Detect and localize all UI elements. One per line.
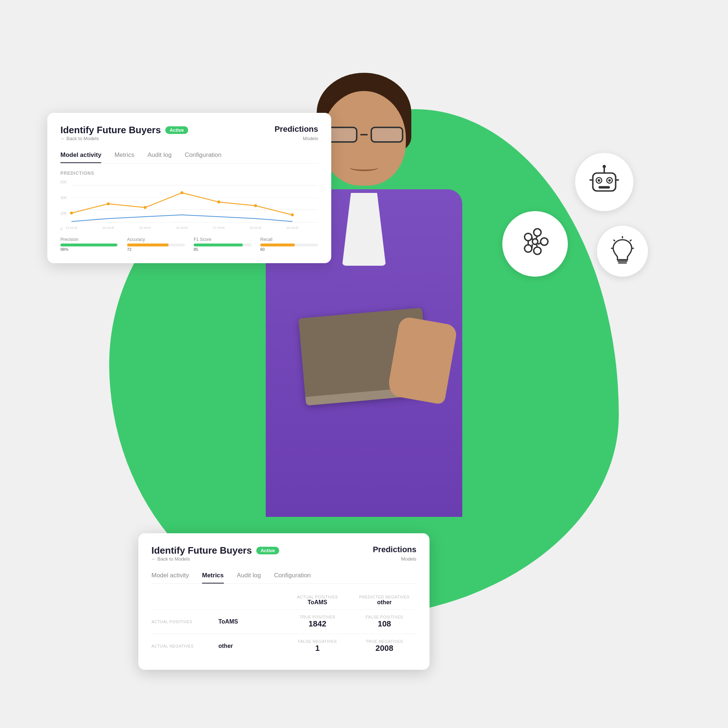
row1-true-positives-label: TRUE POSITIVES [285,615,349,619]
nav-tabs-bottom: Model activity Metrics Audit log Configu… [151,572,416,584]
row1-row-label: ACTUAL POSITIVES [151,619,216,624]
svg-line-28 [537,244,538,247]
svg-text:23 MAR: 23 MAR [66,226,78,230]
svg-point-9 [254,204,257,207]
tab-configuration-bottom[interactable]: Configuration [274,572,311,583]
card-model-activity: Identify Future Buyers Active Prediction… [47,113,331,263]
svg-point-22 [525,245,532,252]
col-actual-positives-value: ToAMS [285,599,349,606]
row2-true-negatives-label: TRUE NEGATIVES [352,639,416,644]
col-predicted-negatives-label: PREDICTED NEGATIVES [352,595,416,599]
metric-recall: Recall 60 [260,237,318,252]
predictions-chart: 60K 40K 20K 0 23 MAR 24 MAR [60,180,318,231]
svg-text:27 MAR: 27 MAR [213,226,225,230]
metric-accuracy: Accuracy 72 [127,237,185,252]
svg-point-7 [180,191,184,194]
row1-false-positives-label: FALSE POSITIVES [352,615,416,619]
tab-metrics-top[interactable]: Metrics [114,151,134,163]
svg-text:29 MAR: 29 MAR [286,226,298,230]
svg-line-27 [538,243,541,244]
metrics-bars-row: Precision 98% Accuracy 72 F1 Score 85 Re… [60,237,318,252]
brain-icon-circle [502,211,568,277]
card-bottom-section: Predictions [373,545,416,554]
breadcrumb-top: Models [303,136,318,147]
row2-true-negatives-value: 2008 [352,644,416,653]
badge-active-bottom: Active [256,547,279,554]
tab-audit-log-top[interactable]: Audit log [147,151,171,163]
svg-point-5 [107,202,110,205]
svg-line-44 [630,240,632,241]
back-link-bottom[interactable]: ← Back to Models [151,556,190,562]
svg-line-25 [532,237,532,240]
row2-row-value: other [219,643,283,649]
card-top-section: Predictions [274,124,318,134]
svg-point-19 [534,229,541,236]
card-metrics: Identify Future Buyers Active Prediction… [138,533,430,670]
matrix-header-row: ACTUAL POSITIVES ToAMS PREDICTED NEGATIV… [151,591,416,610]
matrix-row-1: ACTUAL POSITIVES ToAMS TRUE POSITIVES 18… [151,610,416,634]
svg-point-35 [598,179,600,182]
row1-row-value: ToAMS [219,618,283,625]
lightbulb-icon [605,233,640,269]
svg-point-6 [144,206,147,209]
nav-tabs-top: Model activity Metrics Audit log Configu… [60,151,318,164]
back-link-top[interactable]: ← Back to Models [60,136,99,141]
svg-point-23 [532,239,538,244]
row1-true-positives-value: 1842 [285,619,349,629]
card-top-title: Identify Future Buyers [60,124,161,136]
svg-text:24 MAR: 24 MAR [102,226,114,230]
svg-line-43 [614,240,615,241]
matrix-row-2: ACTUAL NEGATIVES other FALSE NEGATIVES 1… [151,634,416,658]
svg-point-21 [534,247,541,254]
row2-false-negatives-value: 1 [285,644,349,653]
svg-point-36 [608,179,611,182]
tab-model-activity[interactable]: Model activity [60,151,101,163]
tab-configuration-top[interactable]: Configuration [185,151,221,163]
brain-icon [512,221,558,267]
svg-point-31 [603,165,606,168]
tab-audit-log-bottom[interactable]: Audit log [237,572,261,583]
predictions-section-label: PREDICTIONS [60,171,318,176]
svg-text:26 MAR: 26 MAR [176,226,188,230]
card-bottom-title: Identify Future Buyers [151,545,252,556]
confusion-matrix: ACTUAL POSITIVES ToAMS PREDICTED NEGATIV… [151,591,416,658]
row2-row-label: ACTUAL NEGATIVES [151,644,216,648]
svg-point-18 [525,233,532,241]
metric-precision: Precision 98% [60,237,118,252]
tab-metrics-bottom[interactable]: Metrics [202,572,224,583]
badge-active-top: Active [165,126,188,134]
lightbulb-icon-circle [597,226,648,277]
breadcrumb-bottom: Models [401,556,416,567]
tab-model-activity-bottom[interactable]: Model activity [151,572,189,583]
svg-point-8 [217,200,220,203]
svg-point-4 [70,211,73,214]
svg-line-29 [532,244,532,248]
line-chart-svg: 23 MAR 24 MAR 25 MAR 26 MAR 27 MAR 28 MA… [60,180,318,231]
row1-false-positives-value: 108 [352,619,416,629]
col-predicted-negatives-value: other [352,599,416,606]
robot-icon [584,162,625,202]
robot-icon-circle [575,153,633,211]
svg-point-10 [291,213,294,216]
svg-point-20 [541,238,548,245]
svg-rect-37 [598,186,610,188]
metric-f1score: F1 Score 85 [194,237,252,252]
svg-text:25 MAR: 25 MAR [139,226,151,230]
row2-false-negatives-label: FALSE NEGATIVES [285,639,349,644]
svg-text:28 MAR: 28 MAR [250,226,262,230]
col-actual-positives-label: ACTUAL POSITIVES [285,595,349,599]
